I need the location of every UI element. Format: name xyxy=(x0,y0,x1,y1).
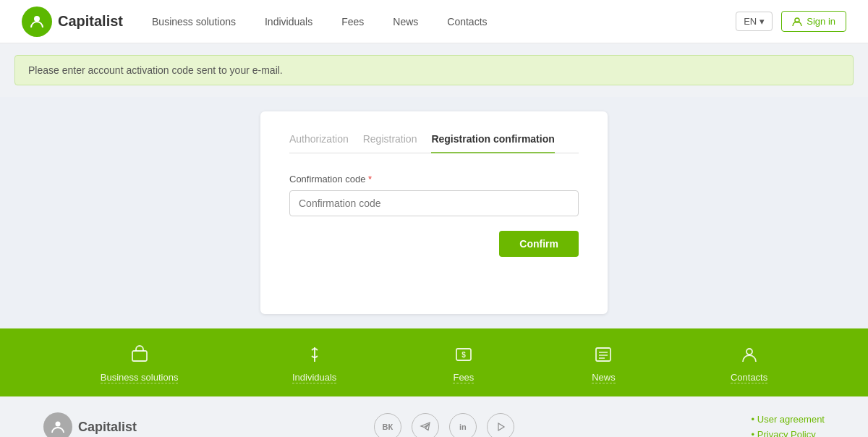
code-label: Confirmation code * xyxy=(289,174,579,184)
telegram-icon[interactable] xyxy=(412,413,439,437)
nav-fees[interactable]: Fees xyxy=(341,16,364,27)
main-nav: Business solutions Individuals Fees News… xyxy=(152,16,736,27)
footer-news[interactable]: News xyxy=(590,341,616,383)
footer-green: Business solutions Individuals $ Fees xyxy=(0,328,868,396)
footer-individuals[interactable]: Individuals xyxy=(292,341,336,383)
confirm-button[interactable]: Confirm xyxy=(499,231,579,257)
sign-in-button[interactable]: Sign in xyxy=(781,11,846,32)
nav-contacts[interactable]: Contacts xyxy=(447,16,487,27)
card-tabs: Authorization Registration Registration … xyxy=(289,133,579,153)
footer-fees[interactable]: $ Fees xyxy=(451,341,477,383)
auth-card: Authorization Registration Registration … xyxy=(260,111,608,314)
footer-contacts[interactable]: Contacts xyxy=(731,341,767,383)
tab-authorization[interactable]: Authorization xyxy=(289,133,349,153)
linkedin-icon[interactable]: in xyxy=(449,413,477,437)
individuals-icon xyxy=(302,341,328,368)
footer-business-solutions[interactable]: Business solutions xyxy=(101,341,179,383)
nav-individuals[interactable]: Individuals xyxy=(265,16,312,27)
tab-registration-confirmation[interactable]: Registration confirmation xyxy=(431,133,554,153)
nav-news[interactable]: News xyxy=(393,16,418,27)
footer-logo-text: Capitalist xyxy=(78,420,137,435)
social-icons: ВК in xyxy=(374,413,514,437)
confirmation-form: Confirmation code * Confirm xyxy=(289,174,579,257)
logo[interactable]: Capitalist xyxy=(22,7,123,37)
logo-icon xyxy=(22,7,52,37)
btn-row: Confirm xyxy=(289,231,579,257)
footer-links: User agreement Privacy Policy xyxy=(752,414,825,437)
notification-banner: Please enter account activation code sen… xyxy=(14,55,854,85)
main-content: Authorization Registration Registration … xyxy=(0,97,868,328)
header: Capitalist Business solutions Individual… xyxy=(0,0,868,43)
svg-rect-6 xyxy=(596,348,610,361)
privacy-policy-link[interactable]: Privacy Policy xyxy=(752,429,825,437)
svg-rect-2 xyxy=(132,351,147,361)
svg-point-11 xyxy=(56,422,61,427)
svg-text:$: $ xyxy=(461,351,466,359)
vk-icon[interactable]: ВК xyxy=(374,413,401,437)
nav-business-solutions[interactable]: Business solutions xyxy=(152,16,236,27)
footer-logo: Capitalist xyxy=(43,412,137,437)
svg-marker-12 xyxy=(498,423,504,430)
user-agreement-link[interactable]: User agreement xyxy=(752,414,825,425)
footer-logo-icon xyxy=(43,412,72,437)
svg-point-0 xyxy=(34,16,40,22)
user-icon xyxy=(792,17,802,27)
news-icon xyxy=(590,341,616,368)
contacts-icon xyxy=(736,341,762,368)
confirmation-code-input[interactable] xyxy=(289,190,579,216)
language-selector[interactable]: EN ▾ xyxy=(736,12,773,31)
logo-text: Capitalist xyxy=(58,13,123,30)
business-solutions-icon xyxy=(127,341,153,368)
youtube-icon[interactable] xyxy=(487,413,514,437)
tab-registration[interactable]: Registration xyxy=(363,133,417,153)
footer-bottom: Capitalist ВК in User agreement Privacy … xyxy=(0,396,868,437)
header-right: EN ▾ Sign in xyxy=(736,11,846,32)
fees-icon: $ xyxy=(451,341,477,368)
svg-point-10 xyxy=(746,349,752,355)
